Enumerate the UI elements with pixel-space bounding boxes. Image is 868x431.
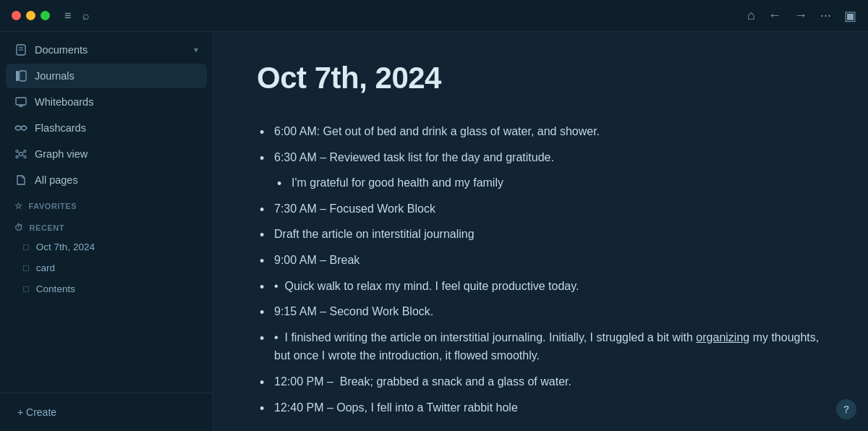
recent-item-contents[interactable]: □ Contents [6,279,207,299]
graph-view-icon [14,148,27,161]
svg-point-12 [24,156,26,158]
journal-entries: 6:00 AM: Get out of bed and drink a glas… [257,119,825,420]
layout-icon[interactable]: ▣ [844,8,856,24]
sidebar-item-documents[interactable]: Documents ▾ [6,38,207,62]
sidebar-item-whiteboards[interactable]: Whiteboards [6,90,207,114]
forward-icon[interactable]: → [794,8,807,23]
sidebar-bottom: + Create [0,393,213,431]
flashcards-label: Flashcards [35,122,198,134]
recent-item-label: Oct 7th, 2024 [36,242,95,252]
svg-rect-5 [16,98,26,105]
close-button[interactable] [12,11,21,20]
titlebar-left-icons: ≡ ⌕ [64,9,90,22]
help-button[interactable]: ? [836,399,856,419]
sidebar-item-journals[interactable]: Journals [6,64,207,88]
recent-clock-icon: ⏱ [14,223,24,233]
recent-item-doc-icon-3: □ [23,283,29,294]
sidebar-item-graph-view[interactable]: Graph view [6,142,207,166]
svg-point-10 [24,150,26,153]
traffic-lights [12,11,50,20]
maximize-button[interactable] [41,11,50,20]
journal-entry-8: • I finished writing the article on inte… [257,325,825,369]
journal-entry-3: 7:30 AM – Focused Work Block [257,196,825,222]
svg-line-16 [23,155,25,156]
page-title: Oct 7th, 2024 [257,61,825,95]
all-pages-icon [14,174,27,187]
journal-entry-1: 6:00 AM: Get out of bed and drink a glas… [257,119,825,145]
favorites-star-icon: ☆ [14,201,23,211]
flashcards-icon [14,121,27,135]
graph-view-label: Graph view [35,148,198,160]
recent-item-oct7[interactable]: □ Oct 7th, 2024 [6,237,207,257]
whiteboards-icon [14,95,27,108]
journal-entry-2: 6:30 AM – Reviewed task list for the day… [257,145,825,171]
journal-entry-6: • Quick walk to relax my mind. I feel qu… [257,273,825,299]
main-layout: Documents ▾ Journals [0,32,868,431]
all-pages-label: All pages [35,174,198,186]
create-button[interactable]: + Create [12,402,201,422]
svg-point-9 [16,150,18,153]
svg-line-14 [23,152,25,153]
journal-entry-2a: I'm grateful for good health and my fami… [257,170,825,196]
svg-point-11 [16,156,18,158]
journal-entry-4: Draft the article on interstitial journa… [257,221,825,247]
underline-text: organizing [696,331,749,343]
sidebar-item-all-pages[interactable]: All pages [6,168,207,192]
back-icon[interactable]: ← [768,8,781,23]
home-icon[interactable]: ⌂ [747,8,755,23]
create-label: + Create [17,406,56,418]
documents-label: Documents [35,44,187,56]
titlebar-right-icons: ⌂ ← → ··· ▣ [747,8,856,24]
recent-item-doc-icon-2: □ [23,263,29,273]
sidebar: Documents ▾ Journals [0,32,213,431]
sidebar-nav: Documents ▾ Journals [0,38,213,299]
recent-item-card[interactable]: □ card [6,258,207,278]
search-icon[interactable]: ⌕ [82,9,90,22]
svg-rect-4 [20,71,26,81]
documents-chevron: ▾ [194,45,198,55]
journal-entry-9: 12:00 PM – Break; grabbed a snack and a … [257,369,825,395]
whiteboards-label: Whiteboards [35,96,198,108]
titlebar: ≡ ⌕ ⌂ ← → ··· ▣ [0,0,868,32]
journal-entry-10: 12:40 PM – Oops, I fell into a Twitter r… [257,395,825,421]
menu-icon[interactable]: ≡ [64,9,71,22]
sidebar-item-flashcards[interactable]: Flashcards [6,116,207,140]
svg-line-15 [18,155,20,156]
journals-label: Journals [35,70,198,82]
recent-item-label-2: card [36,263,55,273]
svg-rect-3 [16,71,19,81]
favorites-section: ☆ FAVORITES [6,194,207,214]
recent-section: ⏱ RECENT [6,216,207,236]
journal-entry-7: 9:15 AM – Second Work Block. [257,299,825,325]
journals-icon [14,69,27,82]
recent-item-label-3: Contents [36,283,75,294]
documents-icon [14,43,27,56]
svg-line-13 [18,152,20,153]
more-icon[interactable]: ··· [820,8,831,23]
minimize-button[interactable] [26,11,35,20]
journal-entry-5: 9:00 AM – Break [257,247,825,273]
recent-item-doc-icon: □ [23,242,29,252]
content-area: Oct 7th, 2024 6:00 AM: Get out of bed an… [213,32,868,431]
svg-point-8 [20,153,23,156]
